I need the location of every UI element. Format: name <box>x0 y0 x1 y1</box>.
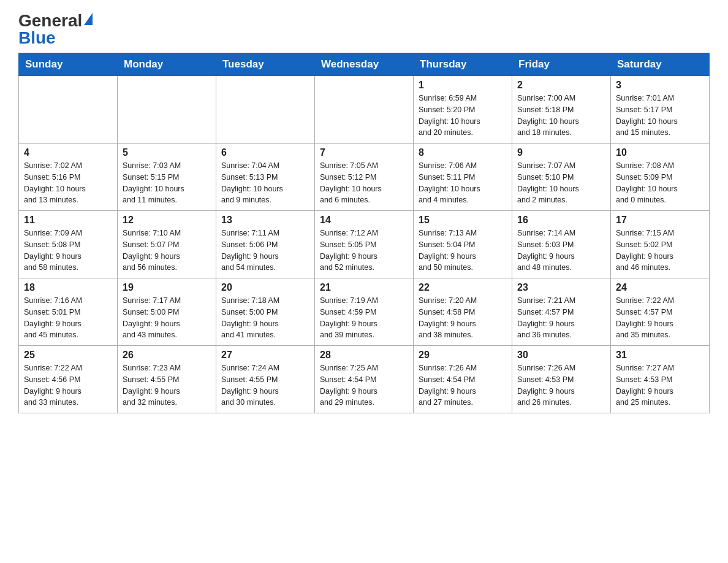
day-number: 30 <box>517 350 605 361</box>
day-number: 11 <box>24 215 112 226</box>
day-number: 25 <box>24 350 112 361</box>
calendar-cell: 6Sunrise: 7:04 AMSunset: 5:13 PMDaylight… <box>216 144 315 211</box>
calendar-cell: 31Sunrise: 7:27 AMSunset: 4:53 PMDayligh… <box>611 346 710 413</box>
day-number: 21 <box>320 282 408 293</box>
calendar-cell: 4Sunrise: 7:02 AMSunset: 5:16 PMDaylight… <box>19 144 118 211</box>
day-info: Sunrise: 7:00 AMSunset: 5:18 PMDaylight:… <box>517 93 605 139</box>
day-number: 6 <box>221 147 309 158</box>
day-info: Sunrise: 7:27 AMSunset: 4:53 PMDaylight:… <box>616 362 704 408</box>
day-number: 8 <box>419 147 507 158</box>
calendar-cell: 5Sunrise: 7:03 AMSunset: 5:15 PMDaylight… <box>118 144 216 211</box>
day-number: 15 <box>419 215 507 226</box>
calendar-cell: 13Sunrise: 7:11 AMSunset: 5:06 PMDayligh… <box>216 211 315 278</box>
column-header-tuesday: Tuesday <box>216 53 315 76</box>
day-info: Sunrise: 7:19 AMSunset: 4:59 PMDaylight:… <box>320 295 408 341</box>
calendar-cell <box>19 76 118 144</box>
day-number: 23 <box>517 282 605 293</box>
day-number: 4 <box>24 147 112 158</box>
calendar-week-row: 1Sunrise: 6:59 AMSunset: 5:20 PMDaylight… <box>19 76 710 144</box>
calendar-week-row: 4Sunrise: 7:02 AMSunset: 5:16 PMDaylight… <box>19 144 710 211</box>
day-info: Sunrise: 7:17 AMSunset: 5:00 PMDaylight:… <box>123 295 211 341</box>
day-info: Sunrise: 7:01 AMSunset: 5:17 PMDaylight:… <box>616 93 704 139</box>
day-number: 2 <box>517 80 605 91</box>
day-info: Sunrise: 7:08 AMSunset: 5:09 PMDaylight:… <box>616 160 704 206</box>
logo: General Blue <box>18 12 93 47</box>
calendar-cell: 19Sunrise: 7:17 AMSunset: 5:00 PMDayligh… <box>118 278 216 346</box>
logo-triangle-icon <box>84 13 93 25</box>
calendar-cell: 29Sunrise: 7:26 AMSunset: 4:54 PMDayligh… <box>414 346 512 413</box>
calendar-cell: 30Sunrise: 7:26 AMSunset: 4:53 PMDayligh… <box>512 346 611 413</box>
calendar-cell: 9Sunrise: 7:07 AMSunset: 5:10 PMDaylight… <box>512 144 611 211</box>
day-number: 31 <box>616 350 704 361</box>
day-number: 19 <box>123 282 211 293</box>
day-info: Sunrise: 7:23 AMSunset: 4:55 PMDaylight:… <box>123 362 211 408</box>
day-info: Sunrise: 7:02 AMSunset: 5:16 PMDaylight:… <box>24 160 112 206</box>
day-info: Sunrise: 7:20 AMSunset: 4:58 PMDaylight:… <box>419 295 507 341</box>
calendar-cell: 8Sunrise: 7:06 AMSunset: 5:11 PMDaylight… <box>414 144 512 211</box>
calendar-cell: 18Sunrise: 7:16 AMSunset: 5:01 PMDayligh… <box>19 278 118 346</box>
day-info: Sunrise: 7:26 AMSunset: 4:53 PMDaylight:… <box>517 362 605 408</box>
day-info: Sunrise: 7:04 AMSunset: 5:13 PMDaylight:… <box>221 160 309 206</box>
day-info: Sunrise: 7:07 AMSunset: 5:10 PMDaylight:… <box>517 160 605 206</box>
calendar-cell: 22Sunrise: 7:20 AMSunset: 4:58 PMDayligh… <box>414 278 512 346</box>
day-info: Sunrise: 7:22 AMSunset: 4:56 PMDaylight:… <box>24 362 112 408</box>
calendar-cell <box>216 76 315 144</box>
column-header-wednesday: Wednesday <box>315 53 414 76</box>
calendar-cell: 15Sunrise: 7:13 AMSunset: 5:04 PMDayligh… <box>414 211 512 278</box>
day-number: 16 <box>517 215 605 226</box>
day-info: Sunrise: 7:03 AMSunset: 5:15 PMDaylight:… <box>123 160 211 206</box>
day-number: 10 <box>616 147 704 158</box>
column-header-saturday: Saturday <box>611 53 710 76</box>
calendar-cell: 16Sunrise: 7:14 AMSunset: 5:03 PMDayligh… <box>512 211 611 278</box>
calendar-cell: 1Sunrise: 6:59 AMSunset: 5:20 PMDaylight… <box>414 76 512 144</box>
calendar-header-row: SundayMondayTuesdayWednesdayThursdayFrid… <box>19 53 710 76</box>
logo-general-text: General <box>18 12 93 29</box>
day-number: 1 <box>419 80 507 91</box>
day-info: Sunrise: 7:10 AMSunset: 5:07 PMDaylight:… <box>123 228 211 274</box>
day-number: 3 <box>616 80 704 91</box>
day-info: Sunrise: 7:05 AMSunset: 5:12 PMDaylight:… <box>320 160 408 206</box>
day-number: 28 <box>320 350 408 361</box>
day-info: Sunrise: 7:16 AMSunset: 5:01 PMDaylight:… <box>24 295 112 341</box>
page-header: General Blue <box>18 12 710 47</box>
column-header-thursday: Thursday <box>414 53 512 76</box>
day-info: Sunrise: 7:13 AMSunset: 5:04 PMDaylight:… <box>419 228 507 274</box>
day-info: Sunrise: 7:12 AMSunset: 5:05 PMDaylight:… <box>320 228 408 274</box>
calendar-table: SundayMondayTuesdayWednesdayThursdayFrid… <box>18 53 710 413</box>
day-info: Sunrise: 7:15 AMSunset: 5:02 PMDaylight:… <box>616 228 704 274</box>
day-number: 27 <box>221 350 309 361</box>
calendar-cell: 17Sunrise: 7:15 AMSunset: 5:02 PMDayligh… <box>611 211 710 278</box>
calendar-cell: 24Sunrise: 7:22 AMSunset: 4:57 PMDayligh… <box>611 278 710 346</box>
day-info: Sunrise: 7:25 AMSunset: 4:54 PMDaylight:… <box>320 362 408 408</box>
calendar-week-row: 11Sunrise: 7:09 AMSunset: 5:08 PMDayligh… <box>19 211 710 278</box>
calendar-cell: 26Sunrise: 7:23 AMSunset: 4:55 PMDayligh… <box>118 346 216 413</box>
day-number: 22 <box>419 282 507 293</box>
day-info: Sunrise: 7:24 AMSunset: 4:55 PMDaylight:… <box>221 362 309 408</box>
day-info: Sunrise: 7:09 AMSunset: 5:08 PMDaylight:… <box>24 228 112 274</box>
day-number: 29 <box>419 350 507 361</box>
day-number: 7 <box>320 147 408 158</box>
day-number: 20 <box>221 282 309 293</box>
day-info: Sunrise: 6:59 AMSunset: 5:20 PMDaylight:… <box>419 93 507 139</box>
day-number: 17 <box>616 215 704 226</box>
day-number: 18 <box>24 282 112 293</box>
calendar-cell <box>118 76 216 144</box>
calendar-week-row: 25Sunrise: 7:22 AMSunset: 4:56 PMDayligh… <box>19 346 710 413</box>
calendar-cell: 21Sunrise: 7:19 AMSunset: 4:59 PMDayligh… <box>315 278 414 346</box>
calendar-cell: 12Sunrise: 7:10 AMSunset: 5:07 PMDayligh… <box>118 211 216 278</box>
day-number: 26 <box>123 350 211 361</box>
calendar-cell: 28Sunrise: 7:25 AMSunset: 4:54 PMDayligh… <box>315 346 414 413</box>
day-info: Sunrise: 7:26 AMSunset: 4:54 PMDaylight:… <box>419 362 507 408</box>
day-info: Sunrise: 7:21 AMSunset: 4:57 PMDaylight:… <box>517 295 605 341</box>
calendar-cell: 14Sunrise: 7:12 AMSunset: 5:05 PMDayligh… <box>315 211 414 278</box>
calendar-week-row: 18Sunrise: 7:16 AMSunset: 5:01 PMDayligh… <box>19 278 710 346</box>
calendar-cell: 27Sunrise: 7:24 AMSunset: 4:55 PMDayligh… <box>216 346 315 413</box>
calendar-cell: 11Sunrise: 7:09 AMSunset: 5:08 PMDayligh… <box>19 211 118 278</box>
calendar-cell: 20Sunrise: 7:18 AMSunset: 5:00 PMDayligh… <box>216 278 315 346</box>
day-info: Sunrise: 7:06 AMSunset: 5:11 PMDaylight:… <box>419 160 507 206</box>
column-header-sunday: Sunday <box>19 53 118 76</box>
calendar-cell: 10Sunrise: 7:08 AMSunset: 5:09 PMDayligh… <box>611 144 710 211</box>
column-header-friday: Friday <box>512 53 611 76</box>
calendar-cell: 23Sunrise: 7:21 AMSunset: 4:57 PMDayligh… <box>512 278 611 346</box>
day-number: 12 <box>123 215 211 226</box>
